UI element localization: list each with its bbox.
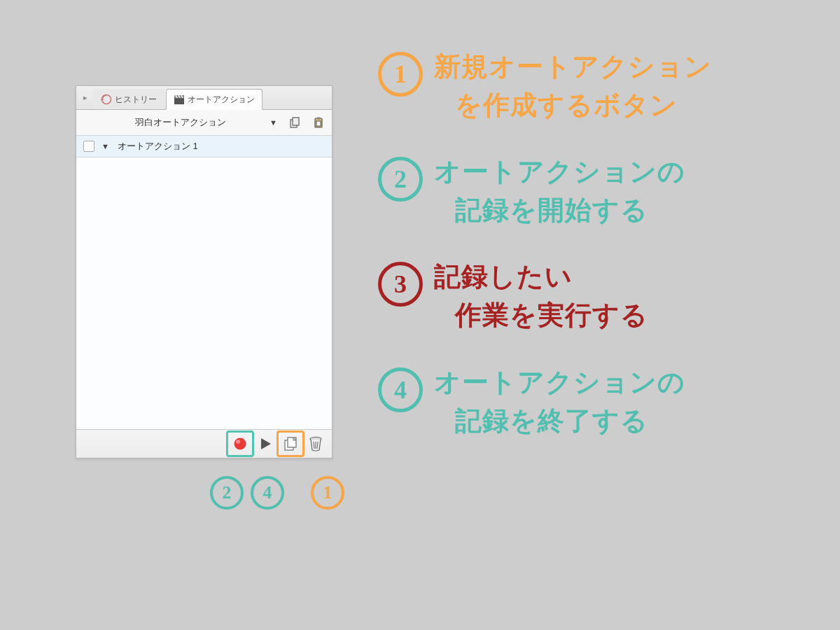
footer-annotation-labels: 2 4 1	[210, 476, 344, 510]
action-item-checkbox[interactable]	[83, 141, 94, 152]
svg-rect-8	[293, 118, 299, 125]
panel-collapse-handle[interactable]: ▸	[80, 93, 90, 102]
annotation-1-number: 1	[378, 52, 423, 97]
action-item-label: オートアクション 1	[118, 140, 198, 153]
clapperboard-icon	[174, 94, 185, 105]
action-set-dropdown[interactable]: 羽白オートアクション ▼	[76, 110, 284, 135]
dropdown-caret-icon: ▼	[270, 118, 277, 127]
annotation-4: 4 オートアクションの 記録を終了する	[378, 363, 826, 440]
action-step-list	[76, 158, 332, 429]
annotation-4-text: オートアクションの 記録を終了する	[434, 363, 685, 440]
tab-history[interactable]: ヒストリー	[93, 89, 164, 109]
annotation-4-number: 4	[378, 368, 423, 412]
annotation-list: 1 新規オートアクション を作成するボタン 2 オートアクションの 記録を開始す…	[378, 48, 826, 468]
svg-rect-11	[317, 118, 321, 120]
auto-action-panel: ▸ ヒストリー オートアクション	[76, 85, 332, 458]
copy-action-button[interactable]	[284, 112, 305, 133]
chevron-down-icon[interactable]: ▼	[102, 142, 109, 150]
label-1-circle: 1	[311, 476, 344, 510]
annotation-1-text: 新規オートアクション を作成するボタン	[434, 48, 712, 125]
annotation-3-text: 記録したい 作業を実行する	[434, 258, 648, 335]
label-2-circle: 2	[210, 476, 244, 510]
panel-footer-toolbar	[76, 429, 332, 458]
action-set-name: 羽白オートアクション	[135, 116, 226, 129]
history-icon	[101, 94, 112, 105]
panel-tab-bar: ▸ ヒストリー オートアクション	[76, 86, 332, 110]
svg-point-14	[236, 440, 240, 444]
annotation-3-number: 3	[378, 262, 423, 307]
paste-action-button[interactable]	[308, 112, 329, 133]
play-button[interactable]	[253, 433, 277, 455]
annotation-3: 3 記録したい 作業を実行する	[378, 258, 826, 335]
svg-rect-2	[174, 98, 184, 104]
action-item-row[interactable]: ▼ オートアクション 1	[76, 136, 332, 158]
action-set-bar: 羽白オートアクション ▼	[76, 110, 332, 136]
svg-marker-15	[261, 438, 271, 449]
label-4-circle: 4	[251, 476, 284, 510]
delete-button[interactable]	[304, 433, 328, 455]
new-action-button[interactable]	[279, 433, 302, 455]
annotation-1: 1 新規オートアクション を作成するボタン	[378, 48, 826, 125]
record-button[interactable]	[228, 433, 252, 455]
svg-rect-12	[316, 121, 321, 126]
svg-point-13	[234, 438, 246, 450]
annotation-2-number: 2	[378, 157, 423, 202]
tab-auto-action[interactable]: オートアクション	[166, 89, 262, 110]
tab-history-label: ヒストリー	[115, 94, 157, 106]
annotation-2: 2 オートアクションの 記録を開始する	[378, 153, 826, 230]
annotation-2-text: オートアクションの 記録を開始する	[434, 153, 685, 230]
tab-auto-action-label: オートアクション	[188, 94, 255, 106]
